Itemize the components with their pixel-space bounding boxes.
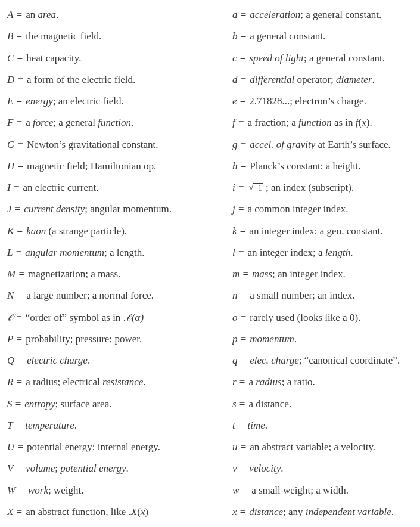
lowercase-entry: w=a small weight; a width. (232, 484, 414, 497)
equals-sign: = (238, 441, 250, 453)
italic-term: kaon (26, 225, 46, 237)
equals-sign: = (14, 95, 26, 107)
sqrt-expression: √−1 (248, 181, 263, 194)
italic-term: entropy (24, 398, 55, 410)
definition-row: S=entropy; surface area.s=a distance. (7, 398, 414, 410)
lowercase-symbol: w (232, 484, 239, 497)
text: . (391, 506, 394, 517)
lowercase-entry: x=distance; any independent variable. (232, 506, 414, 518)
lowercase-description: a distance. (248, 398, 291, 410)
lowercase-entry: a=acceleration; a general constant. (232, 8, 414, 21)
uppercase-description: angular momentum; a length. (25, 246, 144, 259)
text: heat capacity. (26, 52, 81, 64)
equals-sign: = (14, 506, 26, 518)
definition-row: M=magnetization; a mass.m=mass; an integ… (7, 268, 414, 280)
text: rarely used (looks like a 0). (250, 312, 360, 323)
equals-sign: = (238, 8, 250, 21)
lowercase-symbol: s (232, 398, 237, 410)
lowercase-description: time. (248, 419, 268, 432)
text: a distance. (248, 398, 291, 410)
symbol-definitions-page: A=an area.a=acceleration; a general cons… (0, 0, 420, 527)
uppercase-entry: S=entropy; surface area. (7, 398, 232, 410)
italic-term: current density (24, 203, 85, 215)
definition-row: 𝒪=“order of” symbol as in .𝒪(α)o=rarely … (7, 311, 414, 324)
italic-term: acceleration (250, 9, 300, 20)
lowercase-entry: n=a small number; an index. (232, 289, 414, 302)
uppercase-symbol: D (7, 73, 14, 86)
uppercase-description: potential energy; internal energy. (27, 441, 160, 453)
text: ; angular momentum. (85, 203, 172, 215)
text: . (265, 420, 267, 431)
text: a small number; an index. (250, 290, 354, 301)
equals-sign: = (235, 203, 248, 215)
lowercase-entry: c=speed of light; a general constant. (232, 52, 414, 64)
uppercase-description: an abstract function, like .X(x) (26, 506, 148, 518)
uppercase-description: kaon (a strange particle). (26, 225, 127, 237)
definition-row: R=a radius; electrical resistance.r=a ra… (7, 376, 414, 388)
lowercase-description: an abstract variable; a velocity. (250, 441, 375, 453)
text: a common integer index. (248, 203, 349, 215)
equals-sign: = (238, 160, 250, 172)
lowercase-description: an integer index; a length. (248, 246, 353, 259)
lowercase-entry: s=a distance. (232, 398, 414, 410)
lowercase-description: Planck’s constant; a height. (250, 160, 360, 172)
uppercase-symbol: V (7, 462, 14, 475)
uppercase-entry: L=angular momentum; a length. (7, 246, 232, 259)
uppercase-description: energy; an electric field. (26, 95, 124, 107)
uppercase-entry: I=an electric current. (7, 181, 232, 194)
uppercase-description: the magnetic field. (26, 30, 101, 42)
lowercase-description: mass; an integer index. (252, 268, 346, 280)
uppercase-entry: K=kaon (a strange particle). (7, 225, 232, 237)
uppercase-description: heat capacity. (26, 52, 81, 64)
equals-sign: = (12, 203, 24, 215)
lowercase-description: distance; any independent variable. (249, 506, 394, 518)
lowercase-description: acceleration; a general constant. (250, 8, 381, 21)
text: ; an electric field. (53, 95, 124, 107)
italic-term: temperature (25, 420, 74, 431)
definition-row: T=temperature.t=time. (7, 419, 414, 432)
uppercase-description: “order of” symbol as in .𝒪(α) (26, 311, 144, 324)
lowercase-description: a general constant. (250, 30, 325, 42)
text: at Earth’s surface. (315, 139, 391, 150)
equals-sign: = (235, 116, 248, 129)
equals-sign: = (11, 181, 23, 194)
definition-row: E=energy; an electric field.e=2.71828...… (7, 95, 414, 107)
lowercase-description: elec. charge; “canonical coordinate”. (250, 354, 400, 367)
uppercase-entry: V=volume; potential energy. (7, 462, 232, 475)
italic-term: electric charge (27, 355, 88, 366)
equals-sign: = (13, 246, 26, 259)
equals-sign: = (13, 311, 26, 324)
equals-sign: = (237, 462, 250, 475)
lowercase-description: a small weight; a width. (251, 484, 349, 497)
lowercase-symbol: k (232, 225, 237, 237)
uppercase-description: work; weight. (28, 484, 84, 497)
lowercase-entry: o=rarely used (looks like a 0). (232, 311, 414, 324)
italic-term: volume (26, 463, 55, 474)
lowercase-entry: f=a fraction; a function as in f(x). (232, 116, 414, 129)
text: a general constant. (250, 30, 325, 42)
text: a radius; electrical (26, 376, 102, 388)
uppercase-symbol: E (7, 95, 14, 107)
italic-term: accel. of gravity (250, 139, 315, 150)
uppercase-symbol: B (7, 30, 14, 42)
lowercase-symbol: p (232, 333, 238, 345)
uppercase-symbol: A (7, 8, 14, 21)
equals-sign: = (237, 225, 250, 237)
text: . (372, 74, 375, 85)
lowercase-symbol: d (232, 73, 238, 86)
lowercase-entry: e=2.71828...; electron’s charge. (232, 95, 414, 107)
uppercase-symbol: S (7, 398, 13, 410)
text: potential energy; internal energy. (27, 441, 160, 452)
uppercase-description: temperature. (25, 419, 77, 432)
lowercase-symbol: a (232, 8, 238, 21)
text: ; a length. (104, 247, 145, 258)
uppercase-symbol: H (7, 160, 14, 172)
text: ; a ratio. (282, 376, 315, 388)
uppercase-symbol: F (7, 116, 14, 129)
uppercase-symbol: G (7, 138, 14, 151)
uppercase-description: volume; potential energy. (26, 462, 129, 475)
lowercase-description: a radius; a ratio. (248, 376, 315, 388)
uppercase-entry: T=temperature. (7, 419, 232, 432)
uppercase-symbol: 𝒪 (7, 311, 13, 324)
text: an (26, 9, 38, 20)
